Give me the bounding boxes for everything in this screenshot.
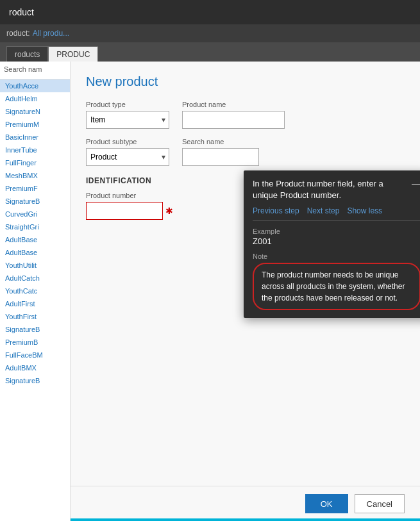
list-item[interactable]: SignatureB [0, 323, 70, 336]
product-subtype-group: Product subtype Product [86, 138, 169, 166]
product-type-select[interactable]: Item [86, 111, 169, 129]
search-name-label: Search name [182, 138, 259, 145]
tooltip-header: In the Product number field, enter a uni… [253, 178, 420, 201]
product-number-input[interactable] [86, 202, 163, 220]
list-item[interactable]: AdultHelm [0, 92, 70, 105]
product-number-group: Product number ✱ [86, 192, 173, 220]
product-name-input[interactable] [182, 111, 285, 129]
product-number-label: Product number [86, 192, 173, 199]
tooltip-example-label: Example [253, 227, 420, 235]
product-name-label: Product name [182, 101, 285, 108]
list-item[interactable]: SignatureB [0, 374, 70, 387]
cancel-button[interactable]: Cancel [355, 494, 405, 513]
tooltip-title: In the Product number field, enter a uni… [253, 178, 412, 201]
product-type-label: Product type [86, 101, 169, 108]
sidebar: Search nam YouthAcce AdultHelm Signature… [0, 62, 71, 521]
cyan-strip [71, 518, 420, 521]
product-subtype-select[interactable]: Product [86, 148, 169, 166]
list-item[interactable]: SignatureB [0, 195, 70, 208]
list-item[interactable]: InnerTube [0, 144, 70, 156]
list-item[interactable]: BasicInner [0, 131, 70, 144]
tooltip-show-less[interactable]: Show less [347, 206, 382, 215]
list-item[interactable]: PremiumF [0, 182, 70, 195]
form-row-2: Product subtype Product Search name [86, 138, 405, 166]
bottom-bar: OK Cancel [71, 486, 420, 521]
list-item[interactable]: AdultBase [0, 246, 70, 259]
sidebar-search-label: Search nam [4, 65, 66, 73]
required-asterisk: ✱ [165, 206, 173, 216]
breadcrumb-all-products[interactable]: All produ... [33, 29, 69, 38]
list-item[interactable]: AdultBase [0, 233, 70, 246]
list-item[interactable]: YouthFirst [0, 310, 70, 323]
main-layout: Search nam YouthAcce AdultHelm Signature… [0, 62, 420, 521]
tab-produc[interactable]: PRODUC [48, 46, 98, 62]
list-item[interactable]: PremiumM [0, 118, 70, 131]
product-subtype-label: Product subtype [86, 138, 169, 145]
product-type-select-wrapper: Item [86, 111, 169, 129]
title-text: roduct [9, 7, 34, 17]
sidebar-search-area: Search nam [0, 62, 70, 79]
list-item[interactable]: YouthAcce [0, 79, 70, 92]
tooltip-example-value: Z001 [253, 236, 420, 246]
tooltip-note-text: The product number needs to be unique ac… [253, 263, 420, 310]
form-row-1: Product type Item Product name [86, 101, 405, 129]
search-name-group: Search name [182, 138, 259, 166]
breadcrumb-product-label: roduct: [6, 29, 30, 38]
tooltip-close-button[interactable]: — [412, 178, 420, 188]
content-area: New product Product type Item Product na… [71, 62, 420, 521]
list-item[interactable]: FullFinger [0, 156, 70, 169]
list-item[interactable]: PremiumB [0, 336, 70, 349]
list-item[interactable]: AdultFirst [0, 297, 70, 310]
product-type-group: Product type Item [86, 101, 169, 129]
list-item[interactable]: MeshBMX [0, 169, 70, 182]
tooltip-popup: In the Product number field, enter a uni… [244, 170, 420, 318]
tab-bar: roducts PRODUC [0, 42, 420, 62]
list-item[interactable]: AdultBMX [0, 361, 70, 374]
list-item[interactable]: CurvedGri [0, 208, 70, 220]
ok-button[interactable]: OK [305, 494, 348, 513]
form-title: New product [86, 74, 405, 89]
breadcrumb-bar: roduct: All produ... [0, 24, 420, 42]
list-item[interactable]: FullFaceBM [0, 349, 70, 361]
tooltip-next-step[interactable]: Next step [307, 206, 340, 215]
list-item[interactable]: StraightGri [0, 220, 70, 233]
tab-products[interactable]: roducts [6, 46, 48, 62]
title-bar: roduct [0, 0, 420, 24]
list-item[interactable]: YouthUtilit [0, 259, 70, 272]
product-number-field-wrapper: ✱ [86, 202, 173, 220]
list-item[interactable]: YouthCatc [0, 285, 70, 297]
product-name-group: Product name [182, 101, 285, 129]
search-name-input[interactable] [182, 148, 259, 166]
tooltip-previous-step[interactable]: Previous step [253, 206, 299, 215]
tooltip-note-label: Note [253, 252, 420, 260]
product-subtype-select-wrapper: Product [86, 148, 169, 166]
list-item[interactable]: SignatureN [0, 105, 70, 118]
tooltip-nav: Previous step Next step Show less [253, 206, 420, 221]
list-item[interactable]: AdultCatch [0, 272, 70, 285]
